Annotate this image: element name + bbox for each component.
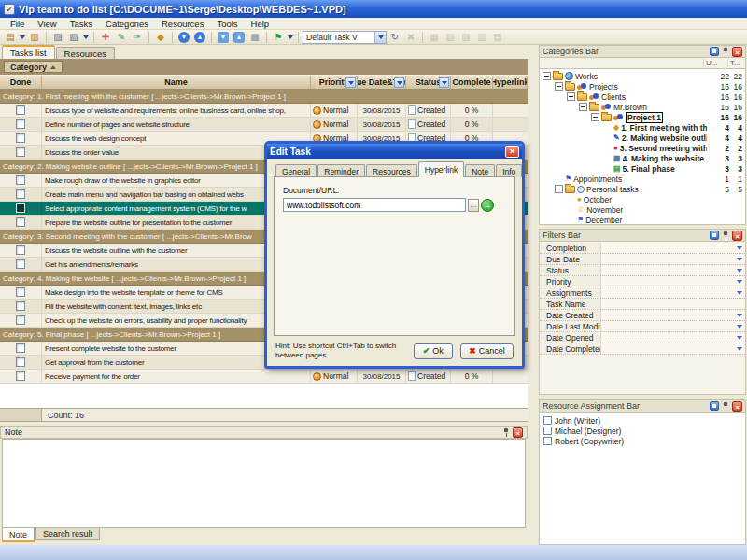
close-icon[interactable] bbox=[732, 401, 742, 412]
tree-expand-box[interactable] bbox=[591, 113, 599, 121]
column-header-hyperlink[interactable]: Hyperlink bbox=[493, 76, 528, 89]
pin-icon[interactable] bbox=[722, 47, 729, 56]
browse-button[interactable] bbox=[468, 199, 479, 212]
task-done-checkbox[interactable] bbox=[16, 203, 25, 213]
filter-dropdown[interactable] bbox=[733, 287, 745, 298]
move-up-button[interactable]: ▲ bbox=[192, 31, 207, 44]
task-done-checkbox[interactable] bbox=[16, 343, 25, 353]
tree-item-october[interactable]: ●October bbox=[540, 194, 745, 204]
add-task-button[interactable]: ✚ bbox=[98, 31, 113, 44]
tree-item-2-making-website-outline[interactable]: ✎2. Making website outline44 bbox=[540, 133, 745, 143]
tree-item-projects[interactable]: Projects1616 bbox=[540, 81, 745, 91]
report-grid-button[interactable]: ▧ bbox=[443, 31, 458, 44]
filter-dropdown[interactable] bbox=[733, 343, 745, 354]
edit-task-button[interactable]: ✎ bbox=[114, 31, 129, 44]
close-icon[interactable] bbox=[513, 427, 523, 438]
menu-view[interactable]: View bbox=[31, 18, 63, 30]
menu-help[interactable]: Help bbox=[245, 18, 276, 30]
filter-value[interactable] bbox=[600, 276, 733, 287]
task-done-checkbox[interactable] bbox=[16, 175, 25, 185]
resource-row-michael-designer[interactable]: Michael (Designer) bbox=[540, 426, 745, 436]
group-by-category-button[interactable]: Category bbox=[4, 61, 63, 73]
filter-dropdown[interactable] bbox=[733, 276, 745, 287]
float-icon[interactable] bbox=[710, 401, 719, 411]
tree-expand-box[interactable] bbox=[579, 103, 587, 111]
task-done-checkbox[interactable] bbox=[16, 287, 25, 297]
tree-item-november[interactable]: ☺November bbox=[540, 204, 745, 215]
assign-task-button[interactable]: ✑ bbox=[130, 31, 145, 44]
menu-tasks[interactable]: Tasks bbox=[63, 18, 99, 30]
tree-item-project-1[interactable]: Project 11616 bbox=[540, 112, 745, 122]
task-row[interactable]: Receive payment for the orderNormal30/08… bbox=[0, 370, 528, 384]
flag-filter-button[interactable]: ⚑ bbox=[271, 31, 286, 44]
tree-item-appointments[interactable]: ⚑Appointments11 bbox=[540, 174, 745, 184]
resource-checkbox[interactable] bbox=[543, 437, 552, 445]
task-done-checkbox[interactable] bbox=[16, 357, 25, 367]
tree-item-4-making-the-website[interactable]: ▦4. Making the website33 bbox=[540, 153, 745, 163]
move-down-button[interactable]: ▼ bbox=[176, 31, 191, 44]
tree-expand-box[interactable] bbox=[555, 82, 563, 91]
column-header-complete[interactable]: Complete bbox=[451, 76, 493, 89]
task-done-checkbox[interactable] bbox=[16, 189, 25, 199]
tree-expand-box[interactable] bbox=[567, 92, 575, 101]
float-icon[interactable] bbox=[710, 231, 719, 240]
dialog-tab-info[interactable]: Info bbox=[496, 164, 522, 177]
ok-button[interactable]: ✔ Ok bbox=[414, 343, 453, 359]
task-done-checkbox[interactable] bbox=[16, 259, 25, 269]
menu-tools[interactable]: Tools bbox=[210, 18, 244, 30]
filter-value[interactable] bbox=[600, 299, 745, 309]
category-group-row[interactable]: Category: 1. First meeting with the cust… bbox=[0, 90, 528, 104]
collapse-all-button[interactable]: ▲ bbox=[232, 31, 247, 44]
column-filter-dropdown[interactable] bbox=[439, 77, 449, 88]
report-summary-button[interactable]: ▨ bbox=[458, 31, 473, 44]
filter-dropdown[interactable] bbox=[733, 243, 745, 253]
print-grid-button[interactable]: ▩ bbox=[247, 31, 262, 44]
dialog-tab-resources[interactable]: Resources bbox=[366, 164, 417, 177]
import-list-button[interactable]: ▤ bbox=[490, 31, 505, 44]
filter-value[interactable] bbox=[600, 310, 733, 320]
note-editor[interactable] bbox=[2, 439, 526, 528]
print-button[interactable]: ▨ bbox=[50, 31, 65, 44]
vertical-splitter[interactable] bbox=[528, 45, 539, 545]
task-done-checkbox[interactable] bbox=[16, 147, 25, 157]
filter-value[interactable] bbox=[600, 343, 733, 354]
tree-item-5-final-phase[interactable]: ▤5. Final phase33 bbox=[540, 163, 745, 174]
pin-icon[interactable] bbox=[722, 401, 729, 411]
task-done-checkbox[interactable] bbox=[16, 133, 25, 143]
toolbar-dropdown-arrow[interactable] bbox=[287, 31, 294, 44]
column-header-done[interactable]: Done bbox=[0, 76, 42, 89]
task-row[interactable]: Define number of pages and website struc… bbox=[0, 118, 528, 132]
pin-icon[interactable] bbox=[722, 231, 729, 240]
dialog-title-bar[interactable]: Edit Task × bbox=[267, 144, 522, 159]
tree-expand-box[interactable] bbox=[543, 72, 551, 80]
tree-item-1-first-meeting-with-the-cust[interactable]: ◆1. First meeting with the cust44 bbox=[540, 122, 745, 133]
dialog-tab-note[interactable]: Note bbox=[465, 164, 495, 177]
dialog-tab-reminder[interactable]: Reminder bbox=[317, 164, 365, 177]
filter-value[interactable] bbox=[600, 243, 733, 253]
filter-dropdown[interactable] bbox=[733, 254, 745, 264]
column-header-priority[interactable]: Priority bbox=[311, 76, 358, 89]
close-icon[interactable] bbox=[732, 231, 742, 241]
close-icon[interactable] bbox=[732, 47, 742, 57]
tree-item-3-second-meeting-with-the-c[interactable]: ●3. Second meeting with the c22 bbox=[540, 143, 745, 153]
refresh-view-button[interactable]: ↻ bbox=[388, 31, 402, 44]
tree-item-works[interactable]: Works2222 bbox=[540, 71, 745, 81]
column-header-name[interactable]: Name bbox=[42, 76, 311, 89]
menu-resources[interactable]: Resources bbox=[155, 18, 210, 30]
open-url-icon[interactable] bbox=[481, 199, 494, 212]
filter-dropdown[interactable] bbox=[733, 265, 745, 275]
task-done-checkbox[interactable] bbox=[16, 301, 25, 311]
view-tab-resources[interactable]: Resources bbox=[56, 47, 115, 59]
pin-icon[interactable] bbox=[502, 427, 510, 437]
column-header-due-date-time[interactable]: Due Date&Time bbox=[358, 76, 406, 89]
combo-dropdown-arrow[interactable] bbox=[374, 32, 386, 43]
tree-item-personal-tasks[interactable]: Personal tasks55 bbox=[540, 184, 745, 194]
cancel-button[interactable]: ✖ Cancel bbox=[460, 343, 514, 359]
resource-row-john-writer[interactable]: John (Writer) bbox=[540, 415, 745, 426]
column-filter-dropdown[interactable] bbox=[394, 77, 404, 88]
resource-checkbox[interactable] bbox=[543, 416, 552, 425]
column-filter-dropdown[interactable] bbox=[345, 77, 356, 88]
filter-value[interactable] bbox=[600, 321, 733, 331]
filter-value[interactable] bbox=[600, 265, 733, 275]
permissions-button[interactable]: ◆ bbox=[153, 31, 168, 44]
